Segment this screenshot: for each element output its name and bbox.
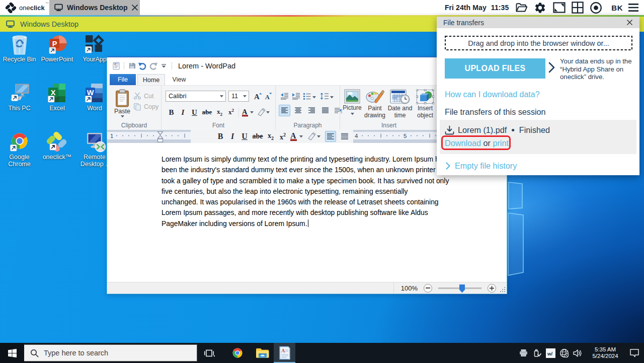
download-help-link[interactable]: How can I download data?	[445, 90, 540, 99]
superscript-button[interactable]: x2	[225, 106, 237, 118]
font-color-button[interactable]: A	[289, 131, 305, 142]
subscript-button[interactable]: x2	[214, 106, 225, 118]
italic-button[interactable]: I	[226, 131, 238, 142]
action-center-icon[interactable]	[625, 343, 644, 363]
list-dropdown-caret[interactable]	[312, 92, 316, 101]
taskbar-search-box[interactable]: Type here to search	[24, 344, 197, 361]
save-button[interactable]	[127, 60, 137, 72]
align-left-button[interactable]	[279, 105, 290, 116]
tray-usb-icon[interactable]	[530, 343, 544, 363]
ribbon-group-insert: Picture Paintdrawing	[340, 86, 438, 130]
upload-files-button[interactable]: UPLOAD FILES	[445, 58, 545, 79]
start-button[interactable]	[0, 343, 24, 363]
paste-button[interactable]: Paste	[112, 89, 132, 125]
subscript-button[interactable]: x2	[265, 131, 277, 142]
date-time-button[interactable]: Date andtime	[386, 89, 414, 119]
taskbar-clock[interactable]: 5:35 AM 5/24/2024	[589, 346, 622, 360]
drag-drop-zone[interactable]: Drag and drop into the browser window or…	[445, 36, 632, 50]
desktop-icon-powerpoint[interactable]: P PowerPoint	[38, 33, 76, 82]
highlight-color-button[interactable]	[256, 106, 272, 118]
statusbar-separator	[393, 282, 394, 294]
insert-picture-button[interactable]: Picture	[341, 89, 363, 115]
empty-file-history-link[interactable]: Empty file history	[446, 161, 517, 171]
align-center-button[interactable]	[292, 105, 304, 116]
underline-button[interactable]: U	[238, 131, 251, 142]
user-avatar-initials[interactable]: BK	[611, 0, 623, 15]
tray-network-globe-icon[interactable]	[557, 343, 571, 363]
file-transfer-row: Lorem (1).pdf • Finished Download or pri…	[440, 120, 636, 154]
session-tab[interactable]: Windows Desktop	[49, 0, 140, 15]
shortcut-arrow-badge	[86, 96, 92, 103]
multi-monitor-grid-button[interactable]	[572, 0, 584, 15]
zoom-out-button[interactable]	[424, 284, 432, 293]
increase-indent-button[interactable]	[290, 90, 302, 102]
monitor-icon	[54, 4, 63, 12]
paint-drawing-button[interactable]: Paintdrawing	[363, 89, 386, 119]
font-family-combobox[interactable]: Calibri	[166, 91, 226, 102]
zoom-in-button[interactable]	[488, 284, 496, 293]
zoom-controls: 100%	[393, 282, 496, 294]
files-folder-button[interactable]	[515, 0, 527, 15]
zoom-slider[interactable]	[438, 287, 481, 289]
document-line: been the industry's standard dummy text …	[162, 165, 473, 175]
grow-font-button[interactable]: A	[252, 90, 264, 102]
tab-file[interactable]: File	[110, 74, 136, 85]
desktop-icon-recycle-bin[interactable]: Recycle Bin	[1, 33, 38, 82]
line-spacing-caret[interactable]	[330, 92, 334, 101]
quick-access-dropdown[interactable]	[158, 60, 169, 72]
taskbar-wordpad-button[interactable]: A	[274, 343, 295, 363]
bold-button[interactable]: B	[166, 106, 177, 118]
tray-volume-icon[interactable]	[571, 343, 585, 363]
tab-home[interactable]: Home	[137, 74, 165, 85]
file-actions-or: or	[484, 138, 491, 148]
decrease-indent-button[interactable]	[279, 90, 290, 102]
undo-button[interactable]	[137, 60, 148, 72]
taskbar-file-explorer-button[interactable]	[252, 343, 274, 363]
desktop-icon-excel[interactable]: X Excel	[38, 82, 76, 131]
fullscreen-button[interactable]	[553, 0, 566, 15]
justify-button[interactable]	[339, 131, 350, 142]
task-view-button[interactable]	[198, 343, 220, 363]
print-link[interactable]: print	[493, 138, 509, 148]
document-line: Lorem Ipsum passages, and more recently …	[162, 207, 473, 218]
paint-drawing-label: Paintdrawing	[364, 105, 385, 119]
record-button[interactable]	[590, 0, 602, 15]
menu-hamburger-button[interactable]	[628, 0, 639, 15]
insert-object-button[interactable]: Insertobject	[414, 89, 437, 119]
shrink-font-button[interactable]: A	[263, 90, 274, 102]
strikethrough-button[interactable]: abe	[251, 131, 265, 142]
justify-button[interactable]	[319, 105, 331, 116]
tray-printer-icon[interactable]	[517, 343, 530, 363]
align-right-button[interactable]	[306, 105, 317, 116]
strikethrough-button[interactable]: abe	[200, 106, 214, 118]
list-button[interactable]	[302, 90, 312, 102]
panel-close-icon[interactable]	[626, 19, 633, 26]
desktop-icon-google-chrome[interactable]: Google Chrome	[1, 131, 38, 180]
cut-button[interactable]: Cut	[133, 92, 153, 100]
desktop-icon-oneclick[interactable]: oneclick™	[38, 131, 76, 180]
line-spacing-button[interactable]	[319, 90, 330, 102]
superscript-button[interactable]: x2	[277, 131, 289, 142]
bold-button[interactable]: B	[214, 131, 226, 142]
window-resize-grip[interactable]	[500, 286, 506, 293]
paragraph-group-label: Paragraph	[276, 122, 340, 129]
highlight-color-button[interactable]	[305, 131, 323, 142]
taskbar-chrome-button[interactable]	[226, 343, 249, 363]
monitor-icon	[6, 20, 15, 28]
search-icon	[30, 349, 39, 357]
italic-button[interactable]: I	[177, 106, 189, 118]
wordpad-app-icon	[111, 60, 121, 72]
tray-app-w-icon[interactable]: w/	[544, 343, 557, 363]
insert-group-label: Insert	[340, 122, 438, 129]
desktop-icon-this-pc[interactable]: This PC	[1, 82, 38, 131]
download-link[interactable]: Download	[445, 138, 481, 148]
underline-button[interactable]: U	[189, 106, 200, 118]
settings-gear-button[interactable]	[534, 0, 546, 15]
copy-button[interactable]: Copy	[133, 103, 158, 111]
font-size-combobox[interactable]: 11	[228, 91, 249, 102]
font-color-button[interactable]: A	[240, 106, 256, 118]
tab-view[interactable]: View	[167, 74, 192, 85]
redo-button[interactable]	[148, 60, 158, 72]
align-left-button[interactable]	[325, 131, 336, 142]
tab-close-icon[interactable]	[131, 4, 138, 11]
